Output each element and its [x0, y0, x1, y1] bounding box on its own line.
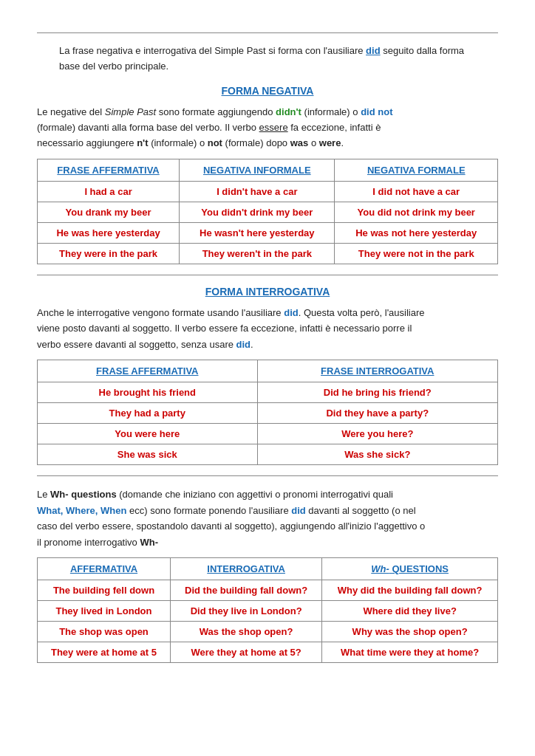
table-cell: You drank my beer: [38, 202, 180, 222]
table-cell: They weren't in the park: [180, 243, 335, 264]
table-cell: Was the shop open?: [170, 621, 321, 642]
table-cell: Did they have a party?: [257, 403, 497, 424]
interrogativa-header-row: FRASE AFFERMATIVA FRASE INTERROGATIVA: [38, 360, 498, 382]
table-cell: You did not drink my beer: [335, 202, 498, 222]
table-cell: They were in the park: [38, 243, 180, 264]
table-row: You drank my beerYou didn't drink my bee…: [38, 202, 498, 222]
table-cell: The building fell down: [38, 580, 171, 600]
table-row: He was here yesterdayHe wasn't here yest…: [38, 222, 498, 243]
table-cell: Did the building fall down?: [170, 580, 321, 600]
table-row: The building fell downDid the building f…: [38, 580, 498, 600]
table-cell: I didn't have a car: [180, 181, 335, 202]
table-cell: Did he bring his friend?: [257, 382, 497, 403]
table-cell: He was not here yesterday: [335, 222, 498, 243]
was-highlight: was: [290, 137, 309, 148]
table-cell: You were here: [38, 424, 258, 444]
table-row: I had a carI didn't have a carI did not …: [38, 181, 498, 202]
essere-ref: essere: [259, 122, 288, 133]
table-row: They were in the parkThey weren't in the…: [38, 243, 498, 264]
col-header-frase-aff: FRASE AFFERMATIVA: [38, 360, 258, 382]
forma-negativa-heading: FORMA NEGATIVA: [37, 85, 498, 97]
table-cell: Did they live in London?: [170, 600, 321, 621]
wh-description: Le Wh- questions (domande che iniziano c…: [37, 487, 498, 550]
divider-3: [37, 475, 498, 476]
wh-questions-label: Wh- questions: [50, 489, 117, 500]
wh-table: AFFERMATIVA INTERROGATIVA Wh- QUESTIONS …: [37, 557, 498, 663]
wh-end-label: Wh-: [140, 537, 158, 548]
wh-table-container: AFFERMATIVA INTERROGATIVA Wh- QUESTIONS …: [37, 557, 498, 663]
col-header-wh-interr: INTERROGATIVA: [170, 557, 321, 580]
table-cell: I did not have a car: [335, 181, 498, 202]
col-header-frase-interr: FRASE INTERROGATIVA: [257, 360, 497, 382]
table-row: He brought his friendDid he bring his fr…: [38, 382, 498, 403]
table-row: They were at home at 5Were they at home …: [38, 642, 498, 662]
col-header-affermativa: FRASE AFFERMATIVA: [38, 159, 180, 181]
nt-highlight: n't: [137, 137, 148, 148]
table-cell: I had a car: [38, 181, 180, 202]
table-cell: They were at home at 5: [38, 642, 171, 662]
col-header-wh-questions: Wh- QUESTIONS: [322, 557, 498, 580]
interrogativa-description: Anche le interrogative vengono formate u…: [37, 305, 498, 352]
intro-text: La frase negativa e interrogativa del Si…: [59, 44, 476, 75]
divider-2: [37, 275, 498, 275]
table-cell: The shop was open: [38, 621, 171, 642]
table-cell: He was here yesterday: [38, 222, 180, 243]
table-cell: They lived in London: [38, 600, 171, 621]
col-header-wh-aff: AFFERMATIVA: [38, 557, 171, 580]
interrogativa-table-container: FRASE AFFERMATIVA FRASE INTERROGATIVA He…: [37, 360, 498, 465]
table-row: You were hereWere you here?: [38, 424, 498, 444]
did-interrog-1: did: [284, 307, 299, 318]
table-cell: They had a party: [38, 403, 258, 424]
were-highlight: were: [319, 137, 341, 148]
what-where-when-highlight: What, Where, When: [37, 505, 126, 516]
table-cell: They were not in the park: [335, 243, 498, 264]
didnt-highlight: didn't: [276, 106, 301, 117]
table-cell: What time were they at home?: [322, 642, 498, 662]
negativa-table-header-row: FRASE AFFERMATIVA NEGATIVA INFORMALE NEG…: [38, 159, 498, 181]
forma-interrogativa-heading: FORMA INTERROGATIVA: [37, 286, 498, 298]
table-cell: He brought his friend: [38, 382, 258, 403]
table-row: They had a partyDid they have a party?: [38, 403, 498, 424]
did-highlight: did: [366, 45, 381, 56]
did-interrog-2: did: [236, 339, 251, 350]
table-cell: Why was the shop open?: [322, 621, 498, 642]
not-highlight: not: [208, 137, 222, 148]
table-cell: You didn't drink my beer: [180, 202, 335, 222]
did-not-highlight: did not: [361, 106, 392, 117]
table-cell: Was she sick?: [257, 444, 497, 465]
negativa-table: FRASE AFFERMATIVA NEGATIVA INFORMALE NEG…: [37, 159, 498, 264]
divider-1: [37, 32, 498, 33]
col-header-neg-informale: NEGATIVA INFORMALE: [180, 159, 335, 181]
table-cell: She was sick: [38, 444, 258, 465]
table-row: She was sickWas she sick?: [38, 444, 498, 465]
table-row: The shop was openWas the shop open?Why w…: [38, 621, 498, 642]
table-cell: Why did the building fall down?: [322, 580, 498, 600]
col-header-neg-formale: NEGATIVA FORMALE: [335, 159, 498, 181]
table-cell: He wasn't here yesterday: [180, 222, 335, 243]
did-wh-highlight: did: [291, 505, 306, 516]
table-cell: Were you here?: [257, 424, 497, 444]
negativa-table-container: FRASE AFFERMATIVA NEGATIVA INFORMALE NEG…: [37, 159, 498, 264]
table-cell: Where did they live?: [322, 600, 498, 621]
wh-header-row: AFFERMATIVA INTERROGATIVA Wh- QUESTIONS: [38, 557, 498, 580]
table-row: They lived in LondonDid they live in Lon…: [38, 600, 498, 621]
simple-past-ref: Simple Past: [105, 106, 156, 117]
table-cell: Were they at home at 5?: [170, 642, 321, 662]
interrogativa-table: FRASE AFFERMATIVA FRASE INTERROGATIVA He…: [37, 360, 498, 465]
negativa-description: Le negative del Simple Past sono formate…: [37, 104, 498, 151]
